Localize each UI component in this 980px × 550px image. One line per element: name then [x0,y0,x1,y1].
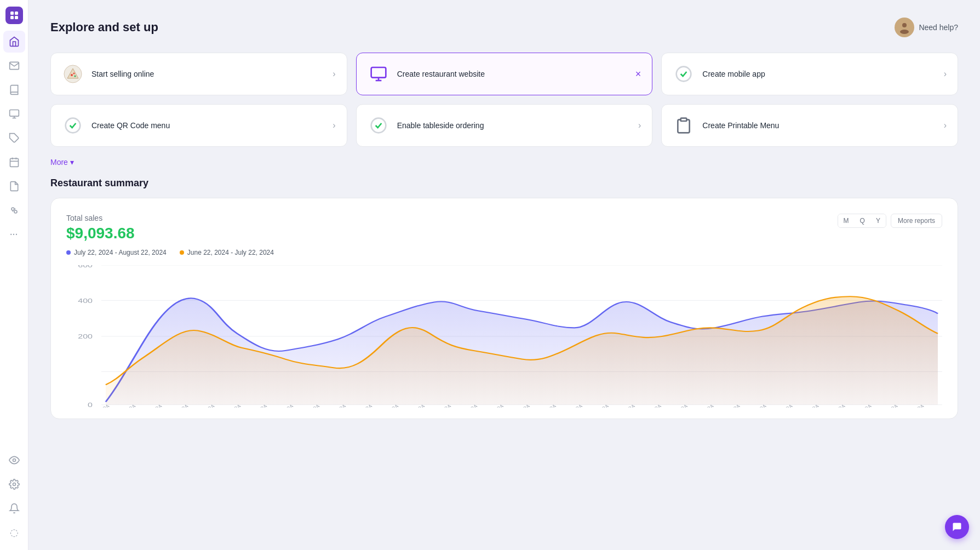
legend-primary-dot [66,250,71,255]
card-printable[interactable]: Create Printable Menu › [661,104,958,147]
sidebar: ··· ◌ [0,0,28,550]
chart-controls: M Q Y More reports [838,214,942,228]
sidebar-calendar[interactable] [3,151,25,173]
total-sales-value: $9,093.68 [66,225,135,242]
sidebar-settings[interactable] [3,473,25,495]
svg-rect-3 [15,16,18,19]
card-printable-arrow: › [944,121,947,130]
card-start-selling-arrow: › [333,69,335,79]
check-circle-qr-icon [62,114,84,136]
logo[interactable] [5,7,23,24]
svg-point-23 [74,76,76,77]
monitor-icon [368,63,389,85]
legend-secondary-label: June 22, 2024 - July 22, 2024 [187,249,274,256]
pizza-icon [62,63,84,85]
card-create-qr-label: Create QR Code menu [91,121,170,130]
legend-primary: July 22, 2024 - August 22, 2024 [66,249,167,256]
card-create-mobile-app-arrow: › [944,69,947,79]
sidebar-more[interactable]: ··· [3,224,25,245]
card-printable-label: Create Printable Menu [702,121,779,130]
svg-rect-1 [15,12,18,15]
avatar [895,18,914,37]
svg-point-13 [14,210,17,213]
card-create-qr-arrow: › [333,121,335,130]
sidebar-menu[interactable] [3,79,25,101]
need-help-label: Need help? [919,23,958,32]
card-create-website-close[interactable]: × [635,68,641,80]
svg-rect-2 [10,16,14,19]
sales-chart: 600 400 200 0 [66,265,942,408]
legend-secondary-dot [180,250,184,255]
sidebar-orders[interactable] [3,55,25,77]
page-title: Explore and set up [50,20,158,35]
sidebar-bottom: ◌ [3,449,25,543]
svg-point-19 [900,30,909,34]
chart-legend: July 22, 2024 - August 22, 2024 June 22,… [66,249,942,256]
check-circle-tableside-icon [368,114,389,136]
svg-point-22 [73,73,75,75]
sidebar-home[interactable] [3,31,25,53]
svg-text:0: 0 [88,402,93,408]
sidebar-preview[interactable] [3,449,25,471]
chat-button[interactable] [945,515,969,539]
chart-card: Total sales $9,093.68 M Q Y More reports… [50,198,958,419]
card-create-mobile-app[interactable]: Create mobile app › [661,53,958,95]
sidebar-documents[interactable] [3,175,25,197]
svg-point-29 [371,118,386,133]
chart-info: Total sales $9,093.68 [66,214,135,242]
svg-point-27 [677,67,691,82]
card-start-selling-label: Start selling online [91,70,154,78]
legend-primary-label: July 22, 2024 - August 22, 2024 [74,249,167,256]
svg-point-16 [13,459,15,462]
card-create-website-label: Create restaurant website [397,70,485,78]
sidebar-integrations[interactable] [3,199,25,221]
card-create-qr[interactable]: Create QR Code menu › [50,104,347,147]
svg-rect-4 [9,110,19,117]
card-create-mobile-app-label: Create mobile app [702,70,765,78]
card-tableside-label: Enable tableside ordering [397,121,484,130]
sidebar-website[interactable] [3,103,25,125]
tab-month[interactable]: M [838,214,855,227]
page-header: Explore and set up Need help? [50,18,958,37]
sidebar-promotions[interactable] [3,127,25,149]
svg-point-12 [12,208,14,210]
more-button[interactable]: More ▾ [50,158,74,167]
main-content: Explore and set up Need help? [28,0,980,550]
setup-cards-grid: Start selling online › Create restaurant… [50,53,958,147]
sidebar-notifications[interactable] [3,497,25,519]
sidebar-spinner: ◌ [3,522,25,543]
more-reports-button[interactable]: More reports [891,214,942,228]
svg-point-21 [71,74,73,76]
svg-rect-30 [681,118,687,121]
svg-point-17 [13,483,15,486]
need-help-button[interactable]: Need help? [895,18,958,37]
svg-point-18 [902,23,907,27]
summary-section-title: Restaurant summary [50,177,958,189]
svg-rect-0 [10,12,14,15]
svg-rect-24 [371,67,386,78]
tab-quarter[interactable]: Q [855,214,870,227]
chart-header: Total sales $9,093.68 M Q Y More reports [66,214,942,242]
total-sales-label: Total sales [66,214,135,222]
chart-svg: 600 400 200 0 [66,265,942,408]
more-button-label: More [50,158,68,167]
card-tableside[interactable]: Enable tableside ordering › [356,104,653,147]
check-circle-mobile-icon [673,63,695,85]
svg-text:400: 400 [78,297,93,304]
card-tableside-arrow: › [638,121,641,130]
svg-text:200: 200 [78,334,93,340]
tab-year[interactable]: Y [870,214,886,227]
clipboard-icon [673,114,695,136]
card-start-selling[interactable]: Start selling online › [50,53,347,95]
svg-rect-8 [10,158,18,167]
legend-secondary: June 22, 2024 - July 22, 2024 [180,249,274,256]
card-create-website[interactable]: Create restaurant website × [356,53,653,95]
chevron-down-icon: ▾ [70,158,74,167]
svg-text:600: 600 [78,265,93,268]
time-tabs: M Q Y [838,214,886,228]
svg-point-28 [66,118,81,133]
